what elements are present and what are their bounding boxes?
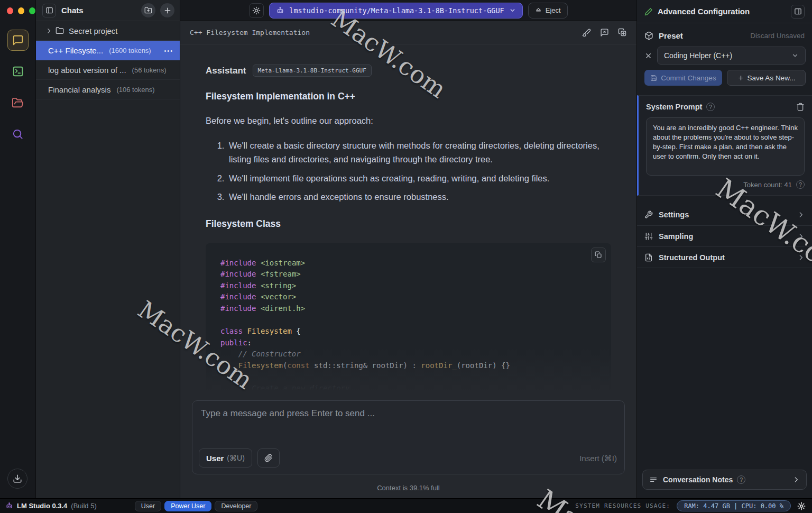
clear-messages-icon[interactable]	[600, 28, 609, 37]
nav-my-models-button[interactable]	[7, 92, 29, 113]
system-prompt-label: System Prompt	[646, 103, 702, 111]
preset-selected-value: Coding Helper (C++)	[664, 51, 791, 60]
system-prompt-input[interactable]: You are an incredibly good C++ engineer.…	[646, 117, 805, 176]
mode-user[interactable]: User	[135, 501, 161, 511]
chat-main-area: lmstudio-community/Meta-Llama-3.1-8B-Ins…	[180, 0, 636, 498]
zoom-window-button[interactable]	[29, 7, 35, 14]
notes-lines-icon	[649, 475, 658, 484]
chevron-right-icon	[792, 476, 800, 483]
folder-open-icon	[12, 97, 24, 109]
clean-conversation-icon[interactable]	[582, 28, 591, 37]
code-block: #include <iostream>#include <fstream>#in…	[206, 243, 611, 418]
chevron-right-icon	[797, 233, 805, 240]
file-code-icon	[644, 253, 653, 262]
context-usage-status: Context is 39.1% full	[180, 484, 636, 492]
chat-list-item[interactable]: Financial analysis (106 tokens)	[36, 80, 180, 99]
folder-icon	[56, 26, 64, 35]
message-input-container: User (⌘U) Insert (⌘I)	[192, 400, 625, 474]
discard-unsaved-button[interactable]: Discard Unsaved	[750, 32, 805, 40]
help-icon[interactable]	[706, 103, 715, 111]
download-icon	[13, 474, 22, 483]
close-window-button[interactable]	[7, 7, 13, 14]
chat-list-item[interactable]: C++ Filesyste... (1600 tokens)	[36, 41, 180, 60]
system-prompt-section: System Prompt You are an incredibly good…	[637, 95, 812, 196]
collapse-sidebar-button[interactable]	[42, 4, 56, 17]
sidebar-title: Chats	[61, 6, 136, 15]
attach-file-button[interactable]	[257, 448, 280, 468]
section-label: Settings	[659, 210, 797, 219]
settings-section-row[interactable]: Settings	[637, 204, 812, 225]
structured-output-section-row[interactable]: Structured Output	[637, 246, 812, 268]
new-chat-button[interactable]	[160, 3, 174, 17]
nav-discover-button[interactable]	[7, 123, 29, 144]
new-folder-button[interactable]	[141, 3, 155, 17]
folder-name: Secret project	[69, 26, 118, 35]
help-icon[interactable]	[796, 180, 805, 189]
user-role-button[interactable]: User (⌘U)	[199, 448, 252, 468]
delete-system-prompt-button[interactable]	[796, 103, 805, 111]
loaded-model-name: lmstudio-community/Meta-Llama-3.1-8B-Ins…	[289, 6, 504, 15]
copy-icon	[595, 251, 602, 259]
app-build: (Build 5)	[71, 502, 96, 510]
folder-plus-icon	[144, 6, 152, 14]
user-role-shortcut: (⌘U)	[227, 454, 244, 462]
preset-dropdown[interactable]: Coding Helper (C++)	[657, 47, 806, 65]
chat-item-tokens: (106 tokens)	[116, 86, 154, 94]
chat-list-item[interactable]: log about version of ... (56 tokens)	[36, 60, 180, 80]
save-as-new-label: Save As New...	[748, 74, 796, 82]
assistant-model-badge: Meta-Llama-3.1-8B-Instruct-GGUF	[253, 65, 372, 77]
conversation-notes-button[interactable]: Conversation Notes	[642, 470, 807, 490]
assistant-label: Assistant	[206, 66, 246, 76]
more-options-icon[interactable]	[164, 48, 173, 54]
list-item: We'll implement file operations such as …	[227, 171, 611, 185]
plus-icon	[737, 75, 744, 81]
model-settings-gear-button[interactable]	[249, 3, 264, 18]
collapse-panel-button[interactable]	[791, 5, 805, 19]
nav-developer-button[interactable]	[7, 61, 29, 82]
gear-icon	[252, 6, 261, 15]
save-as-new-button[interactable]: Save As New...	[727, 70, 806, 86]
chat-item-tokens: (1600 tokens)	[109, 47, 151, 54]
eject-icon	[535, 7, 542, 14]
mode-developer[interactable]: Developer	[215, 501, 257, 511]
clear-preset-button[interactable]	[644, 52, 652, 60]
eject-model-button[interactable]: Eject	[528, 3, 568, 19]
message-heading: Filesystem Implementation in C++	[206, 91, 611, 102]
settings-gear-icon[interactable]	[797, 502, 806, 510]
preset-section-label: Preset	[659, 31, 750, 40]
conversation-title: C++ Filesystem Implementation	[190, 29, 582, 36]
message-ordered-list: We'll create a basic directory structure…	[206, 139, 611, 204]
copy-code-button[interactable]	[591, 248, 606, 262]
mode-power-user[interactable]: Power User	[164, 501, 211, 511]
paperclip-icon	[264, 454, 273, 462]
sliders-icon	[644, 232, 653, 241]
loaded-model-selector[interactable]: lmstudio-community/Meta-Llama-3.1-8B-Ins…	[269, 3, 522, 19]
chevron-right-icon	[797, 211, 805, 218]
robot-icon	[276, 6, 284, 15]
code-block-content: #include <iostream>#include <fstream>#in…	[220, 258, 611, 406]
resources-usage-label: SYSTEM RESOURCES USAGE:	[575, 502, 670, 509]
sampling-section-row[interactable]: Sampling	[637, 225, 812, 246]
resources-usage-value[interactable]: RAM: 4.47 GB | CPU: 0.00 %	[677, 500, 791, 511]
lmstudio-logo-icon	[5, 502, 13, 510]
wrench-icon	[644, 210, 653, 219]
message-heading: Filesystem Class	[206, 218, 611, 230]
commit-changes-button[interactable]: Commit Changes	[644, 70, 722, 86]
minimize-window-button[interactable]	[18, 7, 24, 14]
window-controls	[0, 0, 35, 21]
app-version: LM Studio 0.3.4	[17, 502, 67, 510]
help-icon[interactable]	[737, 475, 745, 484]
nav-chat-button[interactable]	[7, 30, 29, 51]
duplicate-chat-icon[interactable]	[618, 28, 627, 37]
panel-title: Advanced Configuration	[658, 7, 791, 16]
chevron-right-icon	[45, 28, 52, 34]
user-role-label: User	[206, 454, 224, 463]
save-icon	[650, 75, 657, 81]
downloads-button[interactable]	[7, 469, 27, 489]
insert-button[interactable]: Insert (⌘I)	[579, 454, 617, 463]
advanced-configuration-panel: Advanced Configuration Preset Discard Un…	[636, 0, 812, 498]
folder-row-secret-project[interactable]: Secret project	[36, 21, 180, 41]
message-input[interactable]	[201, 408, 616, 441]
chevron-right-icon	[797, 254, 805, 261]
chats-sidebar: Chats Secret project C++ Filesyste... (1…	[36, 0, 180, 498]
